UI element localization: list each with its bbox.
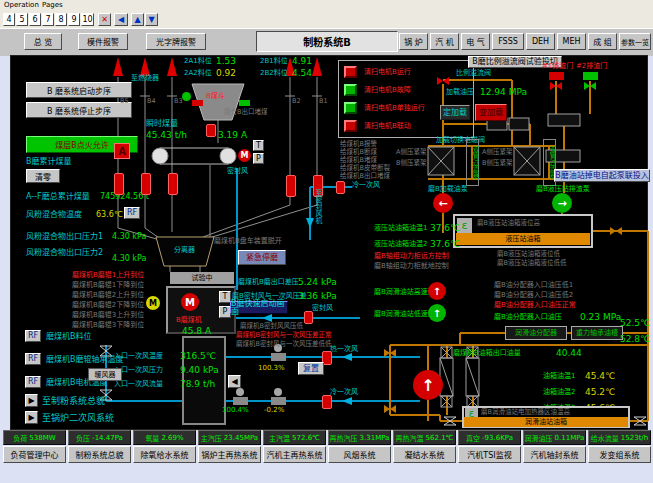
hopper-label: B煤斗 — [206, 92, 225, 100]
feeder-letter-badge[interactable]: A — [114, 143, 130, 159]
valve-icon[interactable] — [114, 173, 124, 195]
nav-condensate[interactable]: 凝结水系统 — [393, 446, 456, 463]
valve-icon[interactable] — [168, 173, 178, 195]
nav-mill-overview[interactable]: 至制粉系统总貌 — [42, 396, 105, 406]
gate-closed-icon[interactable] — [549, 72, 564, 80]
tank-level-high-label: 磨B液压站油箱液位高 — [477, 220, 540, 228]
valve-icon[interactable] — [286, 175, 296, 197]
valve-icon[interactable] — [336, 181, 345, 194]
nav-gland-seal[interactable]: 汽机轴封系统 — [523, 446, 586, 463]
hs-pump-icon[interactable]: ↑ — [428, 282, 446, 300]
turbine-button[interactable]: 汽 机 — [430, 33, 459, 50]
valve-icon[interactable] — [322, 395, 332, 409]
menu-operation[interactable]: Operation — [4, 1, 39, 9]
burner-line-label: B1 — [319, 98, 328, 106]
nav-boiler-reheat[interactable]: 锅炉主再热系统 — [198, 446, 261, 463]
page-button-4[interactable]: 4 — [3, 13, 15, 26]
status-bar: 负荷538MW 负压-14.47Pa 氧量2.69% 主汽压23.45MPa 主… — [3, 430, 651, 445]
var-load-button[interactable]: 变加载 — [475, 104, 507, 121]
module-alarm-button[interactable]: 模件报警 — [78, 33, 128, 50]
page-button-9[interactable]: 9 — [68, 13, 80, 26]
nav-mill-overview[interactable]: 制粉系统总貌 — [68, 446, 131, 463]
power-loss-autostart-button[interactable]: B磨油站掉电自起泵联投入 — [554, 169, 650, 182]
page-button-7[interactable]: 7 — [42, 13, 54, 26]
page-button-10[interactable]: 10 — [81, 13, 94, 26]
quick-start-button[interactable]: B磨快速启动画面 — [230, 301, 288, 314]
page-link-icon[interactable]: ▶ — [25, 411, 38, 424]
dist-press-low2: 磨B油分配器入口油压低2 — [494, 291, 573, 299]
valve-icon[interactable] — [304, 311, 313, 324]
clean-motor-solo-led — [344, 102, 357, 114]
rf-button-mix-temp[interactable]: RF — [124, 207, 140, 219]
status-cell: 负压-14.47Pa — [68, 430, 131, 445]
back-page-icon[interactable]: ◀ — [228, 375, 241, 388]
trend-button-t[interactable]: T — [253, 140, 264, 151]
annunciator-alarm-button[interactable]: 光字牌报警 — [146, 33, 206, 50]
feeder-motor-indicator[interactable]: M — [238, 149, 251, 162]
fixed-load-button[interactable]: 定加载 — [440, 105, 470, 120]
gate-open-icon[interactable] — [583, 72, 598, 80]
deh-button[interactable]: DEH — [526, 33, 555, 50]
toolbar: 4 5 6 7 8 9 10 ✕ ◀ ▲ ▼ — [0, 11, 653, 28]
gate-closed-icon[interactable] — [192, 100, 203, 106]
level-label: 2A2料位 — [184, 69, 212, 77]
fsss-button[interactable]: FSSS — [492, 33, 524, 50]
rf-button-roller-temp[interactable]: RF — [25, 353, 41, 365]
meh-button[interactable]: MEH — [557, 33, 586, 50]
press-frame-label: A侧压紧架 — [396, 149, 426, 157]
inst-coal-label: 瞬时煤量 — [146, 119, 178, 129]
gate-open-icon[interactable] — [239, 100, 250, 106]
drain-gate2-label: #2排渣门 — [576, 62, 607, 70]
page-button-5[interactable]: 5 — [16, 13, 28, 26]
menu-pages[interactable]: Pages — [42, 1, 63, 9]
mill-start-seq-button[interactable]: B 磨系统启动步序 — [26, 82, 132, 98]
valve-icon[interactable] — [206, 124, 216, 137]
nav-load-center[interactable]: 负荷管理中心 — [3, 446, 66, 463]
trend-button-p[interactable]: P — [253, 153, 264, 164]
reset-button[interactable]: 复置 — [298, 362, 324, 375]
overview-button[interactable]: 总 览 — [24, 33, 62, 50]
level-label: 2B2料位 — [260, 69, 288, 77]
group-button[interactable]: 成 组 — [588, 33, 617, 50]
nav-turbine-reheat[interactable]: 汽机主再热系统 — [263, 446, 326, 463]
mill-motor-indicator[interactable]: M — [181, 293, 199, 311]
load-pump-icon[interactable]: ← — [433, 193, 453, 213]
drain-pump-icon[interactable]: → — [552, 193, 572, 213]
lube-main-pump-icon[interactable]: ↑ — [413, 370, 443, 400]
status-dot — [182, 92, 191, 101]
rf-button-level[interactable]: RF — [25, 330, 41, 342]
status-cell: 主汽压23.45MPa — [198, 430, 261, 445]
inlet-temp-label: 入口一次风温度 — [114, 352, 163, 360]
prev-page-icon[interactable]: ◀ — [114, 13, 128, 26]
burner-line-label: B3 — [174, 98, 183, 106]
rf-button-motor-temp[interactable]: RF — [25, 376, 41, 388]
page-link-icon[interactable]: ▶ — [25, 394, 38, 407]
roller-status: 磨煤机B磨辊1上升到位 — [72, 271, 144, 279]
scroll-up-icon[interactable]: ▲ — [131, 13, 144, 26]
valve-icon[interactable] — [141, 173, 151, 195]
nav-secondary-air[interactable]: 至锅炉二次风系统 — [42, 413, 114, 423]
status-cell: 真空-93.6KPa — [458, 430, 521, 445]
status-value: 1523t/h — [621, 434, 648, 442]
delete-icon[interactable]: ✕ — [98, 13, 111, 26]
param-list-button[interactable]: 参数一览 — [619, 33, 651, 50]
ls-pump-icon[interactable]: ↑ — [428, 304, 446, 322]
nav-turbine-tsi[interactable]: 汽机TSI监视 — [458, 446, 521, 463]
inst-coal-flow: 45.43 t/h — [146, 130, 187, 140]
boiler-button[interactable]: 锅 炉 — [399, 33, 428, 50]
status-value: -93.6KPa — [482, 434, 513, 442]
nav-air-flue[interactable]: 风烟系统 — [328, 446, 391, 463]
clear-button[interactable]: 清零 — [26, 169, 60, 183]
page-button-8[interactable]: 8 — [55, 13, 67, 26]
inlet-temp-value: 316.5℃ — [180, 351, 216, 361]
estop-button[interactable]: 紧急停磨 — [238, 250, 286, 265]
level-label: 2A1料位 — [184, 57, 212, 65]
power-cabinet-local: 磨B轴组动力柜就地控制 — [374, 262, 449, 270]
page-button-6[interactable]: 6 — [29, 13, 41, 26]
scroll-down-icon[interactable]: ▼ — [145, 13, 158, 26]
nav-deaerator-feedwater[interactable]: 除氧给水系统 — [133, 446, 196, 463]
electrical-button[interactable]: 电 气 — [461, 33, 490, 50]
mill-stop-seq-button[interactable]: B 磨系统停止步序 — [26, 102, 132, 118]
nav-generator[interactable]: 发变组系统 — [588, 446, 651, 463]
aux-motor-indicator[interactable]: M — [146, 296, 160, 310]
